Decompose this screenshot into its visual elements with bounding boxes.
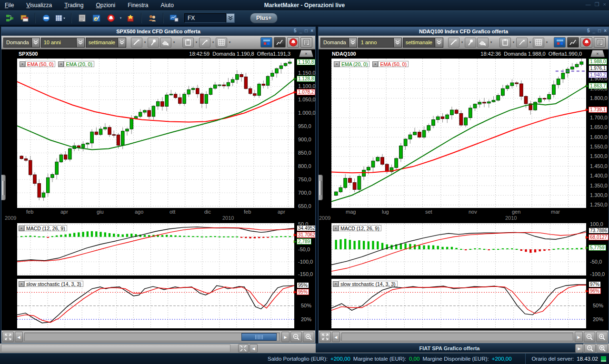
close-icon[interactable]: × (333, 281, 339, 287)
close-icon[interactable]: × (58, 61, 64, 67)
news-panel-icon[interactable] (594, 37, 606, 48)
draw-trendline-icon[interactable] (448, 38, 459, 48)
layout-panels-icon[interactable] (260, 37, 272, 48)
layout-panels-icon[interactable] (554, 37, 566, 48)
news-panel-icon[interactable] (300, 37, 312, 48)
clipboard-dropdown-icon[interactable]: ▾ (195, 38, 198, 48)
zoom-out-icon[interactable] (584, 332, 595, 342)
zoom-in-icon[interactable] (596, 332, 608, 342)
close-icon[interactable]: × (19, 226, 24, 231)
clipboard-dropdown-icon[interactable]: ▾ (512, 38, 515, 48)
close-icon[interactable]: × (20, 61, 25, 67)
app-close-icon[interactable]: × (603, 1, 606, 8)
promo-gift-icon[interactable] (124, 12, 137, 24)
portfolio-icon[interactable] (40, 12, 52, 24)
window-close-icon[interactable]: × (310, 28, 313, 33)
pan-tool-dropdown-icon[interactable]: ▾ (172, 38, 176, 48)
chart-type-icon[interactable] (274, 37, 286, 48)
collapse-tab[interactable]: × (299, 50, 313, 57)
scroll-left-icon[interactable]: ◄ (15, 332, 23, 342)
alerts-bell-icon[interactable] (105, 12, 117, 24)
fx-select-value[interactable]: FX (184, 13, 226, 23)
export-dropdown-icon[interactable]: ▾ (211, 38, 215, 48)
zoom-out-icon[interactable] (584, 344, 596, 353)
pan-hand-icon[interactable] (160, 38, 171, 48)
close-icon[interactable]: × (19, 281, 24, 287)
close-icon[interactable]: × (333, 226, 339, 231)
scrollbar-track[interactable] (24, 333, 280, 341)
window-restore-icon[interactable]: 5 (587, 28, 590, 33)
export-curve-icon[interactable] (516, 38, 528, 48)
menu-file[interactable]: File (5, 2, 14, 9)
period-dropdown[interactable]: 10 anni (41, 38, 85, 48)
news-icon[interactable] (76, 12, 89, 24)
table-dropdown-icon[interactable]: ▾ (228, 38, 231, 48)
org-chart-icon[interactable] (4, 12, 16, 24)
pan-tool-dropdown-icon[interactable]: ▾ (489, 38, 493, 48)
app-minimize-icon[interactable]: — (586, 1, 591, 8)
scrollbar-track[interactable] (341, 333, 573, 341)
zoom-in-icon[interactable] (597, 344, 608, 353)
pin-annotation-icon[interactable] (148, 38, 159, 48)
draw-trendline-icon[interactable] (131, 38, 142, 48)
scroll-right-icon[interactable]: ► (575, 332, 583, 342)
zoom-in-icon[interactable] (303, 332, 314, 342)
price-chart[interactable] (17, 59, 294, 208)
window-minimize-icon[interactable]: _ (300, 28, 302, 33)
expand-icon[interactable] (2, 332, 14, 342)
collapse-tab[interactable]: × (590, 50, 605, 57)
menu-trading[interactable]: Trading (64, 2, 83, 9)
alerts-dropdown-icon[interactable]: ▾ (119, 13, 122, 23)
fx-select-chevron-icon[interactable] (226, 13, 235, 23)
pin-annotation-icon[interactable] (465, 38, 476, 48)
scrollbar-thumb[interactable] (241, 333, 277, 341)
window-stack-icon[interactable] (18, 12, 30, 24)
research-icon[interactable] (90, 12, 103, 24)
data-table-icon[interactable] (216, 38, 227, 48)
scroll-left-icon[interactable]: ◄ (250, 344, 258, 353)
export-curve-icon[interactable] (199, 38, 210, 48)
alert-bell-icon[interactable] (580, 37, 592, 48)
expand-icon[interactable] (238, 344, 249, 353)
menu-finestra[interactable]: Finestra (128, 2, 148, 9)
plus-button[interactable]: Plus+ (250, 13, 278, 23)
close-icon[interactable]: × (372, 61, 378, 67)
draw-tool-dropdown-icon[interactable]: ▾ (143, 38, 147, 48)
menu-opzioni[interactable]: Opzioni (96, 2, 115, 9)
fx-monitor-icon[interactable] (168, 12, 180, 24)
export-dropdown-icon[interactable]: ▾ (529, 38, 532, 48)
data-table-icon[interactable] (533, 38, 544, 48)
scroll-right-icon[interactable]: ► (281, 332, 290, 342)
window-titlebar[interactable]: SPX500 Index CFD Grafico offerta 5 _ □ × (1, 27, 315, 36)
panel-collapse-handle[interactable] (1, 175, 6, 200)
menu-visualizza[interactable]: Visualizza (26, 2, 52, 9)
price-source-dropdown[interactable]: Domanda (320, 38, 357, 48)
draw-tool-dropdown-icon[interactable]: ▾ (460, 38, 464, 48)
period-dropdown[interactable]: 1 anno (358, 38, 402, 48)
app-restore-icon[interactable]: ❐ (595, 1, 599, 8)
alert-bell-icon[interactable] (287, 37, 299, 48)
window-maximize-icon[interactable]: □ (598, 28, 601, 33)
scroll-left-icon[interactable]: ◄ (332, 332, 340, 342)
window-titlebar[interactable]: NDAQ100 Index CFD Grafico offerta 5 _ □ … (319, 27, 609, 36)
pan-hand-icon[interactable] (477, 38, 489, 48)
interval-dropdown[interactable]: settimanale (403, 38, 443, 48)
clipboard-icon[interactable] (499, 38, 511, 48)
grid-view-icon[interactable] (54, 12, 67, 24)
window-restore-icon[interactable]: 5 (294, 28, 297, 33)
window-minimize-icon[interactable]: _ (593, 28, 596, 33)
window-close-icon[interactable]: × (604, 28, 607, 33)
chart-area[interactable]: SPX500 18:42:59 Domanda 1.190,8 Offerta1… (1, 49, 315, 330)
window-maximize-icon[interactable]: □ (305, 28, 308, 33)
interval-dropdown[interactable]: settimanale (86, 38, 126, 48)
chart-type-icon[interactable] (567, 37, 579, 48)
close-icon[interactable]: × (334, 61, 339, 67)
zoom-out-icon[interactable] (290, 332, 302, 342)
panel-collapse-handle[interactable] (319, 175, 323, 200)
table-dropdown-icon[interactable]: ▾ (545, 38, 549, 48)
fiat-window-titlebar[interactable]: FIAT SPA Grafico offerta (316, 344, 583, 353)
price-chart[interactable] (331, 59, 586, 208)
expand-icon[interactable] (319, 332, 331, 342)
scroll-right-icon[interactable]: ► (575, 344, 583, 353)
contacts-icon[interactable] (146, 12, 159, 24)
